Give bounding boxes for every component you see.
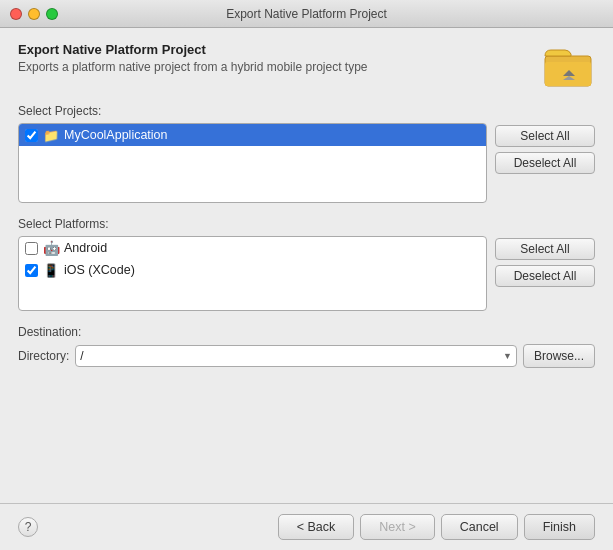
- ios-icon: 📱: [43, 262, 59, 278]
- browse-button[interactable]: Browse...: [523, 344, 595, 368]
- android-name: Android: [64, 241, 107, 255]
- projects-buttons: Select All Deselect All: [495, 123, 595, 174]
- project-checkbox[interactable]: [25, 129, 38, 142]
- maximize-button[interactable]: [46, 8, 58, 20]
- projects-list[interactable]: 📁 MyCoolApplication: [18, 123, 487, 203]
- dialog-subtitle: Exports a platform native project from a…: [18, 60, 533, 74]
- projects-section: 📁 MyCoolApplication Select All Deselect …: [18, 123, 595, 203]
- directory-input-wrap[interactable]: ▼: [75, 345, 517, 367]
- projects-label: Select Projects:: [18, 104, 595, 118]
- platforms-buttons: Select All Deselect All: [495, 236, 595, 287]
- android-icon: 🤖: [43, 240, 59, 256]
- project-name: MyCoolApplication: [64, 128, 168, 142]
- android-checkbox[interactable]: [25, 242, 38, 255]
- separator: [0, 503, 613, 504]
- dialog-title: Export Native Platform Project: [18, 42, 533, 57]
- ios-name: iOS (XCode): [64, 263, 135, 277]
- help-button[interactable]: ?: [18, 517, 38, 537]
- project-icon: 📁: [43, 127, 59, 143]
- directory-input[interactable]: [80, 349, 503, 363]
- window-controls: [10, 8, 58, 20]
- ios-checkbox[interactable]: [25, 264, 38, 277]
- finish-button[interactable]: Finish: [524, 514, 595, 540]
- platforms-select-all-button[interactable]: Select All: [495, 238, 595, 260]
- cancel-button[interactable]: Cancel: [441, 514, 518, 540]
- destination-section: Destination: Directory: ▼ Browse...: [18, 325, 595, 368]
- header-text: Export Native Platform Project Exports a…: [18, 42, 533, 74]
- platforms-label: Select Platforms:: [18, 217, 595, 231]
- window-title: Export Native Platform Project: [226, 7, 387, 21]
- folder-icon: [543, 42, 595, 90]
- title-bar: Export Native Platform Project: [0, 0, 613, 28]
- list-item[interactable]: 📱 iOS (XCode): [19, 259, 486, 281]
- close-button[interactable]: [10, 8, 22, 20]
- list-item[interactable]: 📁 MyCoolApplication: [19, 124, 486, 146]
- projects-deselect-all-button[interactable]: Deselect All: [495, 152, 595, 174]
- header-section: Export Native Platform Project Exports a…: [18, 42, 595, 90]
- destination-row: Directory: ▼ Browse...: [18, 344, 595, 368]
- next-button[interactable]: Next >: [360, 514, 434, 540]
- directory-label: Directory:: [18, 349, 69, 363]
- platforms-section: 🤖 Android 📱 iOS (XCode) Select All Desel…: [18, 236, 595, 311]
- dialog-body: Export Native Platform Project Exports a…: [0, 28, 613, 550]
- list-item[interactable]: 🤖 Android: [19, 237, 486, 259]
- dropdown-arrow-icon[interactable]: ▼: [503, 351, 512, 361]
- destination-label: Destination:: [18, 325, 595, 339]
- back-button[interactable]: < Back: [278, 514, 355, 540]
- bottom-bar: ? < Back Next > Cancel Finish: [18, 514, 595, 540]
- platforms-list[interactable]: 🤖 Android 📱 iOS (XCode): [18, 236, 487, 311]
- minimize-button[interactable]: [28, 8, 40, 20]
- platforms-deselect-all-button[interactable]: Deselect All: [495, 265, 595, 287]
- projects-select-all-button[interactable]: Select All: [495, 125, 595, 147]
